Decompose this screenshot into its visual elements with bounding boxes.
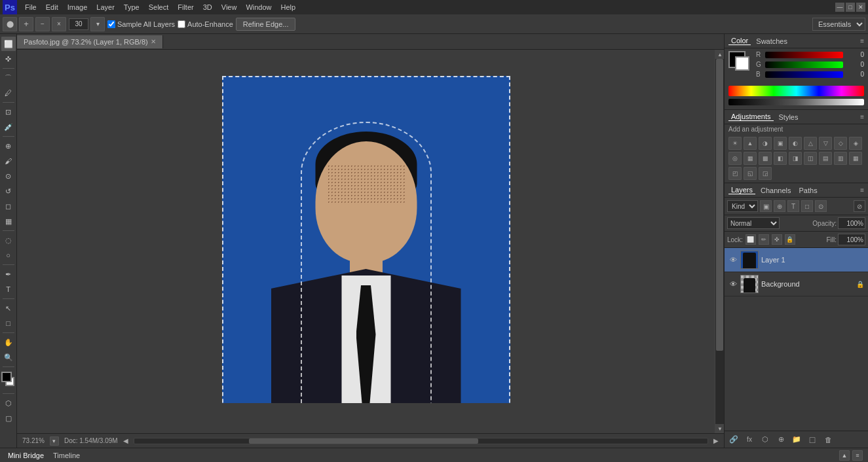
menu-image[interactable]: Image xyxy=(64,2,92,12)
layer-adjustment-icon[interactable]: ⊕ xyxy=(774,433,787,446)
filter-adjustment-icon[interactable]: ⊕ xyxy=(774,200,785,212)
tab-mini-bridge[interactable]: Mini Bridge xyxy=(5,452,47,459)
color-bg-swatch[interactable] xyxy=(735,56,749,71)
scrollbar-vertical-handle[interactable] xyxy=(716,59,723,351)
filter-smart-icon[interactable]: ⊙ xyxy=(815,200,827,212)
lock-position-icon[interactable]: ✜ xyxy=(772,234,782,245)
filter-shape-icon[interactable]: □ xyxy=(801,200,813,212)
menu-type[interactable]: Type xyxy=(120,2,143,12)
tool-pen[interactable]: ✒ xyxy=(1,267,16,281)
tool-eraser[interactable]: ◻ xyxy=(1,199,16,213)
status-right-arrow[interactable]: ▶ xyxy=(713,437,719,444)
tool-hand[interactable]: ✋ xyxy=(1,335,16,349)
adj-brightness-icon[interactable]: ☀ xyxy=(728,137,742,150)
auto-enhance-label[interactable]: Auto-Enhance xyxy=(178,20,233,28)
menu-layer[interactable]: Layer xyxy=(92,2,119,12)
layer-link-icon[interactable]: 🔗 xyxy=(727,433,740,446)
doc-tab-active[interactable]: Pasfoto.jpg @ 73.2% (Layer 1, RGB/8) ✕ xyxy=(17,35,163,48)
tool-path-select[interactable]: ↖ xyxy=(1,301,16,315)
tab-channels[interactable]: Channels xyxy=(758,187,793,194)
adj-gradient-fill-icon[interactable]: ◰ xyxy=(728,167,742,180)
layer-new-icon[interactable]: □ xyxy=(806,433,819,446)
tab-swatches[interactable]: Swatches xyxy=(753,37,790,45)
layer-filter-toggle[interactable]: ⊘ xyxy=(854,200,865,212)
color-panel-options[interactable]: ≡ xyxy=(860,37,864,44)
adj-panel-options[interactable]: ≡ xyxy=(860,113,864,120)
adj-gradient-map-icon[interactable]: ◨ xyxy=(789,152,802,165)
adj-vibrance-icon[interactable]: ▣ xyxy=(774,137,787,150)
tool-move[interactable]: ✜ xyxy=(1,52,16,66)
layer-group-icon[interactable]: 📁 xyxy=(790,433,803,446)
tool-brush[interactable]: 🖌 xyxy=(1,154,16,168)
opacity-input[interactable] xyxy=(838,217,865,229)
adj-bw-icon[interactable]: ▽ xyxy=(819,137,832,150)
bottom-expand-icon[interactable]: ▲ xyxy=(839,450,850,461)
add-mode-icon[interactable]: + xyxy=(19,17,33,31)
adj-curves-icon[interactable]: ▲ xyxy=(744,137,757,150)
adj-solid-fill-icon[interactable]: ▥ xyxy=(834,152,847,165)
maximize-button[interactable]: □ xyxy=(846,3,855,12)
tool-gradient[interactable]: ▦ xyxy=(1,214,16,228)
menu-edit[interactable]: Edit xyxy=(42,2,62,12)
menu-file[interactable]: File xyxy=(21,2,41,12)
layers-panel-options[interactable]: ≡ xyxy=(860,187,864,194)
tab-styles[interactable]: Styles xyxy=(776,113,801,121)
doc-tab-close[interactable]: ✕ xyxy=(151,38,156,45)
blend-mode-select[interactable]: Normal xyxy=(727,217,780,229)
tab-paths[interactable]: Paths xyxy=(797,187,820,194)
tool-quick-select[interactable]: 🖊 xyxy=(1,86,16,100)
layer-item-layer1[interactable]: 👁 Layer 1 xyxy=(725,248,868,272)
tool-crop[interactable]: ⊡ xyxy=(1,105,16,119)
layer-item-background[interactable]: 👁 Background 🔒 xyxy=(725,272,868,296)
tool-shape[interactable]: □ xyxy=(1,316,16,330)
tool-dodge[interactable]: ○ xyxy=(1,248,16,262)
tab-color[interactable]: Color xyxy=(728,37,751,45)
adj-levels-icon[interactable]: ▤ xyxy=(819,152,832,165)
menu-window[interactable]: Window xyxy=(242,2,275,12)
layer-delete-icon[interactable]: 🗑 xyxy=(821,433,835,446)
adj-exposure-icon[interactable]: ◑ xyxy=(759,137,772,150)
brush-size-input[interactable] xyxy=(69,18,88,30)
zoom-dropdown[interactable]: ▾ xyxy=(50,436,59,446)
layer-mask-icon[interactable]: ⬡ xyxy=(759,433,772,446)
menu-view[interactable]: View xyxy=(217,2,241,12)
tool-lasso[interactable]: ⌒ xyxy=(1,71,16,85)
b-slider[interactable] xyxy=(765,71,843,78)
tool-eyedropper[interactable]: 💉 xyxy=(1,120,16,134)
auto-enhance-checkbox[interactable] xyxy=(178,20,185,28)
bottom-options-icon[interactable]: ≡ xyxy=(852,450,863,461)
adj-colorbalance-icon[interactable]: △ xyxy=(804,137,817,150)
horizontal-scrollbar[interactable] xyxy=(134,438,708,444)
layer1-visibility-icon[interactable]: 👁 xyxy=(728,255,738,264)
menu-3d[interactable]: 3D xyxy=(199,2,216,12)
tool-stamp[interactable]: ⊙ xyxy=(1,169,16,183)
subtract-mode-icon[interactable]: − xyxy=(35,17,50,31)
adj-channel-mixer-icon[interactable]: ◈ xyxy=(849,137,862,150)
background-visibility-icon[interactable]: 👁 xyxy=(728,279,738,289)
adj-hsl-icon[interactable]: ◐ xyxy=(789,137,802,150)
sample-all-layers-checkbox[interactable] xyxy=(107,20,115,28)
g-slider[interactable] xyxy=(765,62,843,68)
menu-select[interactable]: Select xyxy=(145,2,173,12)
tab-adjustments[interactable]: Adjustments xyxy=(728,113,774,121)
adj-posterize-icon[interactable]: ▩ xyxy=(759,152,772,165)
foreground-color[interactable] xyxy=(1,372,12,382)
minimize-button[interactable]: — xyxy=(835,3,844,12)
close-button[interactable]: ✕ xyxy=(856,3,865,12)
brush-selector-icon[interactable]: ⬤ xyxy=(3,17,17,31)
sample-all-layers-label[interactable]: Sample All Layers xyxy=(107,20,175,28)
lock-image-icon[interactable]: ✏ xyxy=(759,234,769,245)
color-spectrum-bar[interactable] xyxy=(728,86,864,96)
menu-filter[interactable]: Filter xyxy=(174,2,197,12)
adj-invert-icon[interactable]: ▦ xyxy=(744,152,757,165)
adj-extra2-icon[interactable]: ◲ xyxy=(759,167,772,180)
scrollbar-horizontal-handle[interactable] xyxy=(249,438,478,444)
tab-layers[interactable]: Layers xyxy=(728,186,755,194)
vertical-scrollbar[interactable]: ▲ ▼ xyxy=(715,50,724,433)
tool-healing[interactable]: ⊕ xyxy=(1,139,16,153)
r-slider[interactable] xyxy=(765,52,843,58)
tool-quick-mask[interactable]: ⬡ xyxy=(1,396,16,410)
tool-marquee[interactable]: ⬜ xyxy=(1,37,16,51)
lock-transparent-icon[interactable]: ⬜ xyxy=(745,234,756,245)
tool-type[interactable]: T xyxy=(1,282,16,296)
